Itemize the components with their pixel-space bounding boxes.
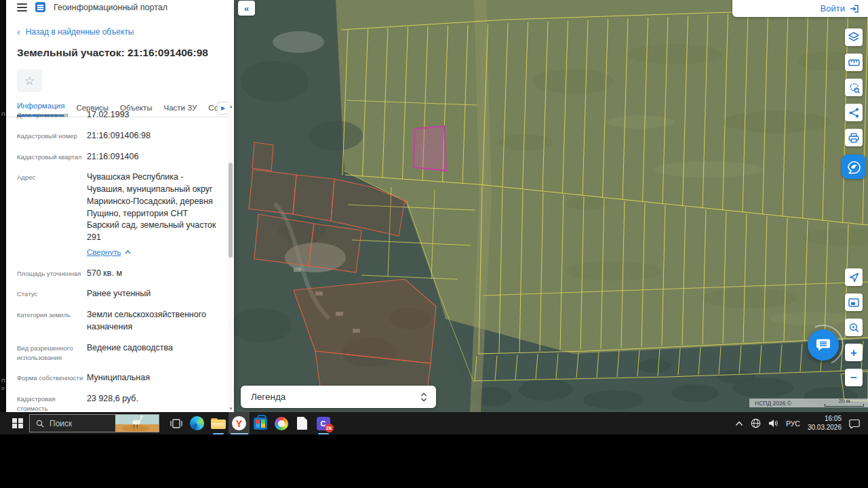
field-row: Площадь уточненная 570 кв. м [17,268,228,280]
magnifier-icon [849,323,859,333]
field-row: Кадастровая стоимость 23 928,6 руб. [17,393,228,412]
zoom-out-button[interactable]: − [845,369,863,386]
windows-logo-icon [12,418,23,429]
cadastral-map-canvas[interactable] [234,0,868,412]
login-icon [850,4,860,14]
scrollbar-thumb[interactable] [229,163,233,258]
nspd-bird-logo-icon [846,159,861,174]
folder-icon [211,418,226,429]
desktop-screenshot: П П о Геоинформационный портал ‹ Назад в… [0,0,868,488]
field-row: Статус Ранее учтенный [17,288,228,300]
location-arrow-icon [849,272,859,283]
field-row: Дата присвоения 17.02.1993 [17,109,228,121]
scroll-down-icon[interactable]: ▼ [228,407,234,411]
private-parcel [252,142,273,171]
measure-button[interactable] [845,54,863,71]
volume-icon[interactable] [768,419,778,428]
attributes-list: Дата присвоения 17.02.1993 Кадастровый н… [6,103,228,412]
selected-parcel[interactable] [414,126,446,171]
nspd-layer-button[interactable] [842,155,866,179]
network-globe-icon[interactable] [751,418,761,428]
area-select-button[interactable] [845,79,863,96]
layers-button[interactable] [845,28,863,46]
store-icon [254,418,267,430]
language-indicator[interactable]: РУС [786,420,800,428]
scale-label: 20 м [825,398,864,404]
portal-logo-icon [35,2,45,12]
pinned-app-2k-button[interactable]: C 2k [313,412,334,434]
notification-badge: 2k [325,424,334,432]
ruler-icon [848,59,860,66]
layers-icon [848,32,859,43]
print-button[interactable] [845,129,863,146]
object-info-panel: Геоинформационный портал ‹ Назад в найде… [6,0,234,412]
minus-icon: − [850,372,857,384]
start-button[interactable] [6,412,29,434]
taskbar-clock[interactable]: 16:05 30.03.2026 [808,415,842,432]
field-row-address: Адрес Чувашская Республика - Чувашия, му… [17,171,228,258]
overview-map-button[interactable] [845,293,863,311]
chevron-left-icon: ‹ [17,28,20,35]
panel-collapse-button[interactable]: « [238,1,255,16]
search-highlight-image[interactable] [115,414,159,432]
address-collapse-link[interactable]: Свернуть [87,247,131,258]
scale-bar: 20 м [825,399,864,407]
my-location-button[interactable] [845,268,863,286]
tray-expand-icon[interactable] [735,421,743,426]
field-row: Вид разрешенного использования Ведение с… [17,342,228,363]
edge-icon [190,416,204,430]
file-explorer-button[interactable] [208,412,229,434]
paint-app-button[interactable] [271,412,292,434]
windows-taskbar: Поиск [0,412,868,434]
share-button[interactable] [845,104,863,121]
notification-center-icon[interactable] [849,419,860,428]
task-view-button[interactable] [165,412,186,434]
map-attribution: НСПД 2026 © 20 м [749,399,868,407]
login-button[interactable]: Войти [821,3,845,14]
attribution-text: НСПД 2026 © [755,400,791,407]
document-icon [297,417,307,430]
field-row: Категория земель Земли сельскохозяйствен… [17,309,228,333]
field-row: Кадастровый квартал 21:16:091406 [17,151,228,163]
private-parcel [254,214,314,266]
document-app-button[interactable] [292,412,313,434]
panel-scrollbar[interactable]: ▲ ▼ [228,103,234,412]
yandex-browser-icon: Y [232,416,246,430]
polygon-search-icon [848,82,860,94]
task-view-icon [170,418,182,429]
crane-bird-illustration [115,414,159,432]
search-placeholder: Поиск [50,419,110,428]
system-tray: РУС 16:05 30.03.2026 [735,415,868,432]
chat-button[interactable] [808,329,839,361]
printer-icon [848,133,859,143]
taskbar-search-input[interactable]: Поиск [29,414,159,432]
chevron-up-icon [125,250,131,254]
edge-browser-button[interactable] [186,412,208,434]
back-link[interactable]: ‹ Назад в найденные объекты [17,27,234,37]
private-parcel [309,224,361,272]
legend-dropdown[interactable]: Легенда [241,386,436,408]
field-row: Кадастровый номер 21:16:091406:98 [17,130,228,142]
search-icon [36,420,44,428]
map-viewport[interactable]: « Войти [234,0,868,412]
zoom-in-button[interactable]: + [845,344,863,361]
scroll-up-icon[interactable]: ▲ [228,104,234,108]
left-edge-strip: П П о [0,0,6,412]
portal-title: Геоинформационный портал [54,3,167,12]
private-parcel [293,175,334,221]
yandex-browser-button[interactable]: Y [229,412,250,434]
menu-icon[interactable] [17,3,27,12]
app-2k-icon: C 2k [317,417,330,430]
private-parcel [249,169,296,214]
plus-icon: + [850,347,857,359]
portal-header: Геоинформационный портал [6,0,234,12]
share-icon [849,108,859,118]
chevron-up-down-icon [420,392,427,402]
login-bar: Войти [732,0,868,17]
search-on-map-button[interactable] [845,319,863,336]
star-icon: ☆ [24,75,35,87]
store-button[interactable] [250,412,271,434]
minimap-icon [848,298,859,307]
favorite-star-button[interactable]: ☆ [17,69,42,92]
screen-bottom-black-band [0,434,868,488]
